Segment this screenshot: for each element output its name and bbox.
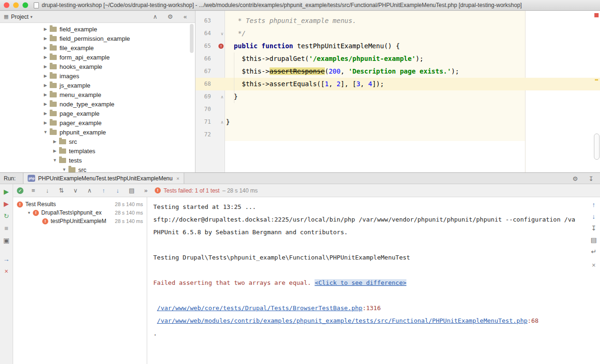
code-line[interactable]: 69∧ } bbox=[195, 90, 600, 103]
tree-item[interactable]: ▶field_example bbox=[0, 24, 195, 34]
code-editor[interactable]: 63 * Tests phpunit_example menus.64∨ */6… bbox=[195, 11, 600, 172]
show-passed-button[interactable]: ✓ bbox=[17, 187, 23, 194]
chevron-right-icon: ▶ bbox=[42, 27, 49, 31]
editor-scrollbar[interactable] bbox=[594, 134, 600, 160]
line-number[interactable]: 66 bbox=[195, 52, 213, 65]
down-stack-trace-button[interactable]: ↓ bbox=[590, 213, 598, 220]
code-line[interactable]: 71∧} bbox=[195, 116, 600, 128]
code-line[interactable]: 66 $this->drupalGet('/examples/phpunit-e… bbox=[195, 52, 600, 65]
minimize-window-button[interactable] bbox=[13, 2, 19, 8]
tree-item[interactable]: ▶hooks_example bbox=[0, 62, 195, 71]
rerun-failed-tests-button[interactable]: ▶ bbox=[2, 200, 11, 208]
fold-marker-icon[interactable]: ∧ bbox=[220, 95, 224, 99]
code-token: , bbox=[329, 80, 337, 88]
soft-wrap-button[interactable]: ↵ bbox=[590, 248, 598, 255]
tree-item[interactable]: ▶field_permission_example bbox=[0, 34, 195, 43]
code-text[interactable]: $this->assertEquals([1, 2], [3, 4]); bbox=[225, 78, 600, 90]
line-number[interactable]: 67 bbox=[195, 65, 213, 78]
code-line[interactable]: 70 bbox=[195, 103, 600, 116]
error-stripe-mark[interactable] bbox=[594, 13, 599, 17]
tree-item[interactable]: ▼tests bbox=[0, 156, 195, 165]
code-text[interactable]: * Tests phpunit_example menus. bbox=[225, 15, 600, 27]
scroll-to-stack-trace-button[interactable]: → bbox=[2, 255, 11, 263]
fold-marker-icon[interactable]: ∨ bbox=[220, 31, 224, 36]
code-line[interactable]: 64∨ */ bbox=[195, 27, 600, 40]
warning-stripe-mark[interactable] bbox=[595, 79, 598, 81]
rerun-button[interactable]: ▶ bbox=[2, 188, 11, 195]
project-tree-scrollbar[interactable] bbox=[190, 24, 194, 53]
next-failed-test-button[interactable]: ↓ bbox=[113, 187, 122, 194]
stop-button[interactable]: ■ bbox=[2, 224, 11, 232]
collapse-all-button[interactable]: ∧ bbox=[151, 13, 159, 20]
code-line[interactable]: 72 bbox=[195, 128, 600, 141]
code-line[interactable]: 67 $this->assertResponse(200, 'Descripti… bbox=[195, 65, 600, 78]
fold-marker-icon[interactable]: ∧ bbox=[220, 120, 224, 125]
tree-item[interactable]: ▶pager_example bbox=[0, 118, 195, 127]
line-number[interactable]: 64 bbox=[195, 27, 213, 40]
tree-item[interactable]: ▶form_api_example bbox=[0, 52, 195, 62]
code-line[interactable]: 65! public function testPhpUnitExampleMe… bbox=[195, 40, 600, 52]
line-number[interactable]: 65 bbox=[195, 40, 213, 52]
close-tab-icon[interactable]: × bbox=[176, 176, 179, 181]
gutter: 70 bbox=[195, 103, 225, 116]
sort-by-duration-button[interactable]: ↓ bbox=[43, 187, 52, 194]
hide-panel-button[interactable]: ↧ bbox=[587, 175, 595, 182]
code-text[interactable]: */ bbox=[225, 27, 600, 40]
test-tree-item[interactable]: !Test Results28 s 140 ms bbox=[13, 200, 147, 208]
code-text[interactable] bbox=[225, 128, 600, 141]
code-line[interactable]: 63 * Tests phpunit_example menus. bbox=[195, 15, 600, 27]
line-number[interactable]: 68 bbox=[195, 78, 213, 90]
console-output[interactable]: Testing started at 13:25 ...sftp://docke… bbox=[147, 197, 600, 364]
tree-item[interactable]: ▶menu_example bbox=[0, 90, 195, 99]
project-view-selector[interactable]: Project bbox=[11, 14, 28, 20]
tree-item[interactable]: ▼phpunit_example bbox=[0, 127, 195, 137]
toggle-auto-test-button[interactable]: ↻ bbox=[2, 212, 11, 220]
test-tree-item[interactable]: !testPhpUnitExampleM28 s 140 ms bbox=[13, 217, 147, 225]
code-text[interactable]: $this->assertResponse(200, 'Description … bbox=[225, 65, 600, 78]
tree-item[interactable]: ▶js_example bbox=[0, 81, 195, 90]
code-text[interactable]: $this->drupalGet('/examples/phpunit-exam… bbox=[225, 52, 600, 65]
run-configuration-tab[interactable]: php PHPUnitExampleMenuTest.testPhpUnitEx… bbox=[23, 173, 184, 184]
tree-item[interactable]: ▶src bbox=[0, 137, 195, 146]
code-line[interactable]: 68 $this->assertEquals([1, 2], [3, 4]); bbox=[195, 78, 600, 90]
code-text[interactable] bbox=[225, 103, 600, 116]
code-text[interactable]: } bbox=[225, 90, 600, 103]
line-number[interactable]: 72 bbox=[195, 128, 213, 141]
import-test-results-button[interactable]: ▤ bbox=[128, 187, 136, 194]
settings-gear-button[interactable]: ⚙ bbox=[166, 13, 174, 20]
tree-item[interactable]: ▶node_type_example bbox=[0, 99, 195, 109]
code-text[interactable]: public function testPhpUnitExampleMenu()… bbox=[225, 40, 600, 52]
code-token: $this->assertEquals([ bbox=[226, 80, 325, 88]
tree-item[interactable]: ▶page_example bbox=[0, 109, 195, 118]
expand-all-button[interactable]: ∨ bbox=[71, 187, 80, 194]
line-number[interactable]: 70 bbox=[195, 103, 213, 116]
tree-item[interactable]: ▶file_example bbox=[0, 43, 195, 52]
restore-layout-button[interactable]: ▣ bbox=[2, 237, 11, 244]
line-number[interactable]: 63 bbox=[195, 15, 213, 27]
close-button[interactable]: × bbox=[2, 267, 11, 275]
hide-panel-button[interactable]: « bbox=[181, 13, 189, 20]
line-number[interactable]: 69 bbox=[195, 90, 213, 103]
test-tree-item[interactable]: ▼!Drupal\Tests\phpunit_ex28 s 140 ms bbox=[13, 208, 147, 217]
tree-item[interactable]: ▶templates bbox=[0, 146, 195, 156]
more-options-chevron[interactable]: » bbox=[142, 187, 150, 194]
sort-alphabetically-button[interactable]: ⇅ bbox=[57, 187, 66, 194]
stacktrace-link-browsertestbase[interactable]: /var/www/web/core/tests/Drupal/Tests/Bro… bbox=[157, 305, 362, 312]
clear-console-button[interactable]: × bbox=[590, 261, 598, 269]
tree-item[interactable]: ▶images bbox=[0, 71, 195, 81]
stacktrace-link-menutest[interactable]: /var/www/web/modules/contrib/examples/ph… bbox=[157, 317, 528, 324]
up-stack-trace-button[interactable]: ↑ bbox=[590, 201, 598, 208]
previous-failed-test-button[interactable]: ↑ bbox=[99, 187, 108, 194]
close-window-button[interactable] bbox=[4, 2, 9, 8]
click-to-see-difference-link[interactable]: <Click to see difference> bbox=[315, 279, 406, 286]
zoom-window-button[interactable] bbox=[22, 2, 28, 8]
scroll-to-end-button[interactable]: ↧ bbox=[590, 224, 598, 232]
code-text[interactable]: } bbox=[225, 116, 600, 128]
settings-gear-button[interactable]: ⚙ bbox=[571, 175, 579, 182]
tree-item[interactable]: ▼src bbox=[0, 165, 195, 172]
print-console-button[interactable]: ▤ bbox=[590, 236, 598, 244]
line-number[interactable]: 71 bbox=[195, 116, 213, 128]
collapse-all-button[interactable]: ∧ bbox=[85, 187, 94, 194]
failed-test-run-icon[interactable]: ! bbox=[218, 44, 224, 49]
show-ignored-button[interactable]: ≡ bbox=[29, 187, 38, 194]
